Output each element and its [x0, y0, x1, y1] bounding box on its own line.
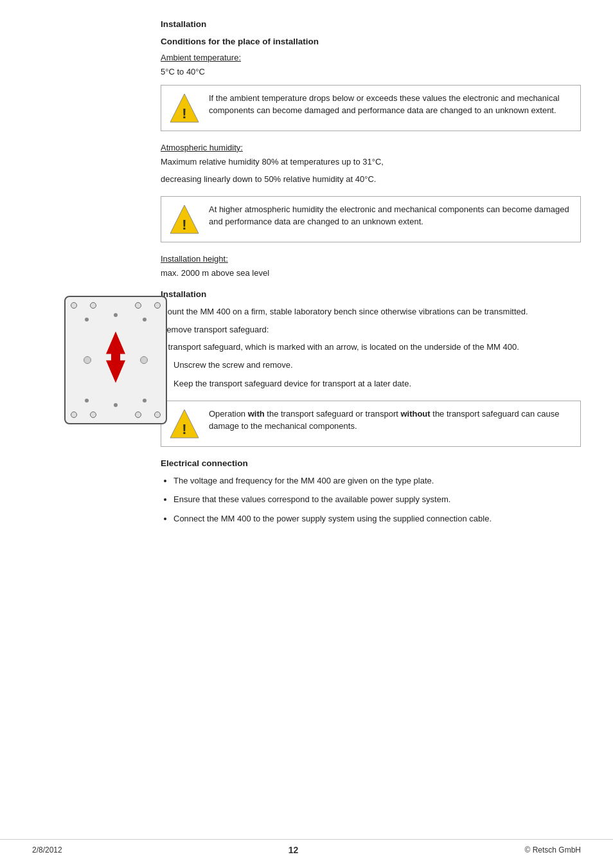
humidity-section: Atmospheric humidity: Maximum relative h…	[161, 143, 581, 186]
footer-date: 2/8/2012	[32, 845, 62, 854]
electrical-section: Electrical connection The voltage and fr…	[161, 458, 581, 525]
dot-3	[143, 318, 147, 321]
electrical-bullets: The voltage and frequency for the MM 400…	[173, 475, 581, 525]
screw-bot-mid-left	[90, 411, 96, 418]
elec-bullet-3: Connect the MM 400 to the power supply s…	[173, 512, 581, 525]
side-circle-right	[140, 356, 148, 364]
height-value: max. 2000 m above sea level	[161, 267, 581, 280]
installation-line1: Mount the MM 400 on a firm, stable labor…	[161, 305, 581, 318]
transport-warning-text: Operation with the transport safeguard o…	[209, 408, 573, 433]
humidity-label: Atmospheric humidity:	[161, 143, 581, 152]
svg-text:!: !	[182, 105, 186, 122]
side-circle-left	[84, 356, 91, 364]
height-label: Installation height:	[161, 254, 581, 264]
remove-desc: A transport safeguard, which is marked w…	[161, 341, 581, 354]
humidity-warning-text: At higher atmospheric humidity the elect…	[209, 203, 573, 228]
installation-section-wrapper: Installation Mount the MM 400 on a firm,…	[32, 289, 581, 525]
installation-text: Installation Mount the MM 400 on a firm,…	[161, 289, 581, 525]
screw-top-mid-right	[135, 302, 141, 309]
dot-6	[143, 399, 147, 402]
installation-title: Installation	[161, 289, 581, 299]
screw-bot-mid-right	[135, 411, 141, 418]
bullet-1: Unscrew the screw and remove.	[173, 359, 581, 372]
conditions-title: Conditions for the place of installation	[161, 37, 581, 46]
humidity-line1: Maximum relative humidity 80% at tempera…	[161, 156, 581, 168]
bullet-2: Keep the transport safeguard device for …	[173, 377, 581, 390]
ambient-warning-text: If the ambient temperature drops below o…	[209, 92, 573, 117]
dot-1	[114, 313, 118, 317]
dot-2	[85, 318, 89, 321]
page: Installation Conditions for the place of…	[0, 0, 613, 868]
screw-tl	[71, 302, 77, 309]
page-footer: 2/8/2012 12 © Retsch GmbH	[0, 839, 613, 855]
screw-br	[154, 411, 161, 418]
svg-rect-8	[111, 354, 120, 362]
electrical-title: Electrical connection	[161, 458, 581, 468]
screw-bl	[71, 411, 77, 418]
svg-marker-4	[106, 332, 125, 354]
transport-warning-box: ! Operation with the transport safeguard…	[161, 401, 581, 447]
screw-top-mid-left	[90, 302, 96, 309]
remove-label: Remove transport safeguard:	[161, 323, 581, 336]
section-title: Installation	[161, 19, 581, 29]
ambient-warning-box: ! If the ambient temperature drops below…	[161, 85, 581, 131]
mm400-diagram	[64, 296, 167, 424]
elec-bullet-2: Ensure that these values correspond to t…	[173, 493, 581, 506]
installation-bullets: Unscrew the screw and remove. Keep the t…	[173, 359, 581, 390]
center-arrows	[93, 329, 138, 386]
footer-copyright: © Retsch GmbH	[524, 845, 581, 854]
ambient-temp-value: 5°C to 40°C	[161, 66, 581, 78]
svg-text:!: !	[182, 217, 186, 233]
warning-icon-2: !	[169, 204, 200, 235]
elec-bullet-1: The voltage and frequency for the MM 400…	[173, 475, 581, 487]
height-section: Installation height: max. 2000 m above s…	[161, 254, 581, 280]
dot-5	[85, 399, 89, 402]
warning-icon-1: !	[169, 93, 200, 124]
device-image-col	[64, 289, 193, 424]
screw-tr	[154, 302, 161, 309]
humidity-line2: decreasing linearly down to 50% relative…	[161, 173, 581, 186]
humidity-warning-box: ! At higher atmospheric humidity the ele…	[161, 196, 581, 242]
content-area: Installation Conditions for the place of…	[161, 19, 581, 279]
footer-page-number: 12	[289, 845, 299, 855]
ambient-temp-label: Ambient temperature:	[161, 53, 581, 62]
svg-marker-7	[106, 361, 125, 383]
dot-4	[114, 403, 118, 407]
